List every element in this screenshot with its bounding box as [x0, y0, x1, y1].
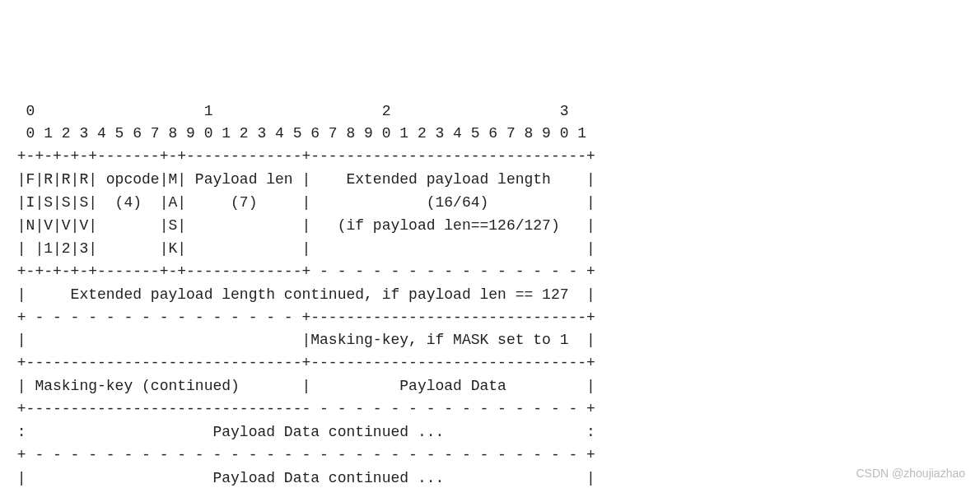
websocket-frame-diagram: 0 1 2 3 0 1 2 3 4 5 6 7 8 9 0 1 2 3 4 5 …: [8, 100, 972, 488]
